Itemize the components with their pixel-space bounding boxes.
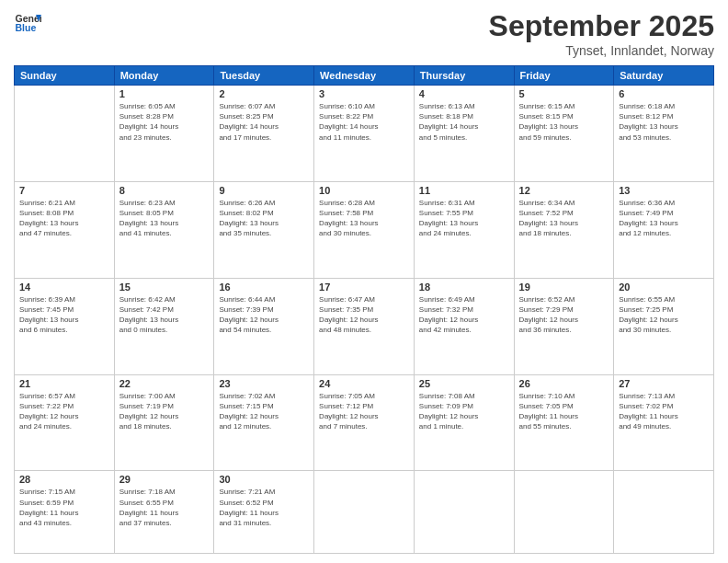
day-info: Sunrise: 7:15 AMSunset: 6:59 PMDaylight:… <box>19 487 109 528</box>
week-row-2: 7Sunrise: 6:21 AMSunset: 8:08 PMDaylight… <box>15 181 714 278</box>
month-title: September 2025 <box>489 9 714 43</box>
day-number: 26 <box>519 378 609 389</box>
day-number: 12 <box>519 185 609 196</box>
day-number: 23 <box>219 378 309 389</box>
calendar-cell-2-4: 18Sunrise: 6:49 AMSunset: 7:32 PMDayligh… <box>414 278 514 374</box>
day-number: 30 <box>219 474 309 485</box>
day-info: Sunrise: 6:44 AMSunset: 7:39 PMDaylight:… <box>219 294 309 336</box>
day-number: 10 <box>319 185 409 196</box>
calendar-cell-4-1: 29Sunrise: 7:18 AMSunset: 6:55 PMDayligh… <box>114 471 214 554</box>
calendar-cell-3-6: 27Sunrise: 7:13 AMSunset: 7:02 PMDayligh… <box>614 374 714 471</box>
day-info: Sunrise: 7:05 AMSunset: 7:12 PMDaylight:… <box>319 391 409 432</box>
day-number: 29 <box>119 474 210 485</box>
day-info: Sunrise: 6:55 AMSunset: 7:25 PMDaylight:… <box>619 294 709 336</box>
calendar-cell-1-0: 7Sunrise: 6:21 AMSunset: 8:08 PMDaylight… <box>15 181 115 278</box>
day-info: Sunrise: 6:57 AMSunset: 7:22 PMDaylight:… <box>19 391 109 432</box>
day-info: Sunrise: 6:49 AMSunset: 7:32 PMDaylight:… <box>419 294 509 336</box>
day-info: Sunrise: 6:36 AMSunset: 7:49 PMDaylight:… <box>619 198 709 239</box>
calendar-cell-2-6: 20Sunrise: 6:55 AMSunset: 7:25 PMDayligh… <box>614 278 714 374</box>
calendar-cell-2-1: 15Sunrise: 6:42 AMSunset: 7:42 PMDayligh… <box>114 278 214 374</box>
day-number: 2 <box>219 88 309 99</box>
day-info: Sunrise: 6:26 AMSunset: 8:02 PMDaylight:… <box>219 198 309 239</box>
day-info: Sunrise: 7:02 AMSunset: 7:15 PMDaylight:… <box>219 391 309 432</box>
day-number: 25 <box>419 378 509 389</box>
location: Tynset, Innlandet, Norway <box>489 43 714 58</box>
day-number: 6 <box>619 88 709 99</box>
day-info: Sunrise: 6:07 AMSunset: 8:25 PMDaylight:… <box>219 101 309 143</box>
day-number: 14 <box>19 282 109 293</box>
calendar-cell-2-2: 16Sunrise: 6:44 AMSunset: 7:39 PMDayligh… <box>214 278 314 374</box>
day-info: Sunrise: 6:23 AMSunset: 8:05 PMDaylight:… <box>119 198 210 239</box>
day-info: Sunrise: 6:15 AMSunset: 8:15 PMDaylight:… <box>519 101 609 143</box>
day-number: 16 <box>219 282 309 293</box>
calendar-cell-0-0 <box>15 86 115 182</box>
calendar-cell-1-4: 11Sunrise: 6:31 AMSunset: 7:55 PMDayligh… <box>414 181 514 278</box>
day-info: Sunrise: 7:10 AMSunset: 7:05 PMDaylight:… <box>519 391 609 432</box>
calendar-cell-0-6: 6Sunrise: 6:18 AMSunset: 8:12 PMDaylight… <box>614 86 714 182</box>
day-number: 22 <box>119 378 210 389</box>
calendar-cell-0-5: 5Sunrise: 6:15 AMSunset: 8:15 PMDaylight… <box>514 86 614 182</box>
calendar-cell-1-3: 10Sunrise: 6:28 AMSunset: 7:58 PMDayligh… <box>314 181 415 278</box>
calendar-cell-0-3: 3Sunrise: 6:10 AMSunset: 8:22 PMDaylight… <box>314 86 415 182</box>
logo-icon: General Blue <box>14 9 41 37</box>
calendar-cell-1-1: 8Sunrise: 6:23 AMSunset: 8:05 PMDaylight… <box>114 181 214 278</box>
day-info: Sunrise: 6:52 AMSunset: 7:29 PMDaylight:… <box>519 294 609 336</box>
day-number: 1 <box>119 88 210 99</box>
calendar-cell-4-0: 28Sunrise: 7:15 AMSunset: 6:59 PMDayligh… <box>15 471 115 554</box>
calendar-cell-3-4: 25Sunrise: 7:08 AMSunset: 7:09 PMDayligh… <box>414 374 514 471</box>
calendar-table: Sunday Monday Tuesday Wednesday Thursday… <box>14 65 714 554</box>
day-number: 17 <box>319 282 409 293</box>
day-number: 19 <box>519 282 609 293</box>
week-row-1: 1Sunrise: 6:05 AMSunset: 8:28 PMDaylight… <box>15 86 714 182</box>
day-number: 3 <box>319 88 409 99</box>
day-number: 28 <box>19 474 109 485</box>
day-info: Sunrise: 7:13 AMSunset: 7:02 PMDaylight:… <box>619 391 709 432</box>
calendar-cell-4-5 <box>514 471 614 554</box>
day-number: 8 <box>119 185 210 196</box>
week-row-3: 14Sunrise: 6:39 AMSunset: 7:45 PMDayligh… <box>15 278 714 374</box>
day-info: Sunrise: 7:08 AMSunset: 7:09 PMDaylight:… <box>419 391 509 432</box>
week-row-5: 28Sunrise: 7:15 AMSunset: 6:59 PMDayligh… <box>15 471 714 554</box>
weekday-header-row: Sunday Monday Tuesday Wednesday Thursday… <box>15 66 714 86</box>
header-wednesday: Wednesday <box>314 66 415 86</box>
day-info: Sunrise: 7:18 AMSunset: 6:55 PMDaylight:… <box>119 487 210 528</box>
day-number: 24 <box>319 378 409 389</box>
calendar-cell-1-5: 12Sunrise: 6:34 AMSunset: 7:52 PMDayligh… <box>514 181 614 278</box>
calendar-cell-3-3: 24Sunrise: 7:05 AMSunset: 7:12 PMDayligh… <box>314 374 415 471</box>
day-number: 18 <box>419 282 509 293</box>
page: General Blue September 2025 Tynset, Innl… <box>0 0 728 563</box>
calendar-cell-2-0: 14Sunrise: 6:39 AMSunset: 7:45 PMDayligh… <box>15 278 115 374</box>
day-info: Sunrise: 7:00 AMSunset: 7:19 PMDaylight:… <box>119 391 210 432</box>
calendar-cell-3-1: 22Sunrise: 7:00 AMSunset: 7:19 PMDayligh… <box>114 374 214 471</box>
calendar-cell-1-6: 13Sunrise: 6:36 AMSunset: 7:49 PMDayligh… <box>614 181 714 278</box>
day-number: 9 <box>219 185 309 196</box>
calendar-cell-2-5: 19Sunrise: 6:52 AMSunset: 7:29 PMDayligh… <box>514 278 614 374</box>
header-tuesday: Tuesday <box>214 66 314 86</box>
day-number: 7 <box>19 185 109 196</box>
day-info: Sunrise: 6:21 AMSunset: 8:08 PMDaylight:… <box>19 198 109 239</box>
day-info: Sunrise: 6:28 AMSunset: 7:58 PMDaylight:… <box>319 198 409 239</box>
day-info: Sunrise: 7:21 AMSunset: 6:52 PMDaylight:… <box>219 487 309 528</box>
calendar-cell-3-5: 26Sunrise: 7:10 AMSunset: 7:05 PMDayligh… <box>514 374 614 471</box>
day-info: Sunrise: 6:13 AMSunset: 8:18 PMDaylight:… <box>419 101 509 143</box>
day-number: 27 <box>619 378 709 389</box>
calendar-cell-4-4 <box>414 471 514 554</box>
calendar-cell-3-2: 23Sunrise: 7:02 AMSunset: 7:15 PMDayligh… <box>214 374 314 471</box>
calendar-cell-4-3 <box>314 471 415 554</box>
day-info: Sunrise: 6:39 AMSunset: 7:45 PMDaylight:… <box>19 294 109 336</box>
header-monday: Monday <box>114 66 214 86</box>
svg-text:Blue: Blue <box>16 22 37 33</box>
calendar-cell-0-4: 4Sunrise: 6:13 AMSunset: 8:18 PMDaylight… <box>414 86 514 182</box>
calendar-cell-2-3: 17Sunrise: 6:47 AMSunset: 7:35 PMDayligh… <box>314 278 415 374</box>
day-info: Sunrise: 6:05 AMSunset: 8:28 PMDaylight:… <box>119 101 210 143</box>
day-info: Sunrise: 6:34 AMSunset: 7:52 PMDaylight:… <box>519 198 609 239</box>
header-friday: Friday <box>514 66 614 86</box>
header-sunday: Sunday <box>15 66 115 86</box>
day-number: 4 <box>419 88 509 99</box>
title-area: September 2025 Tynset, Innlandet, Norway <box>489 9 714 58</box>
calendar-cell-0-1: 1Sunrise: 6:05 AMSunset: 8:28 PMDaylight… <box>114 86 214 182</box>
day-number: 15 <box>119 282 210 293</box>
calendar-cell-0-2: 2Sunrise: 6:07 AMSunset: 8:25 PMDaylight… <box>214 86 314 182</box>
logo: General Blue <box>14 9 41 37</box>
day-number: 11 <box>419 185 509 196</box>
